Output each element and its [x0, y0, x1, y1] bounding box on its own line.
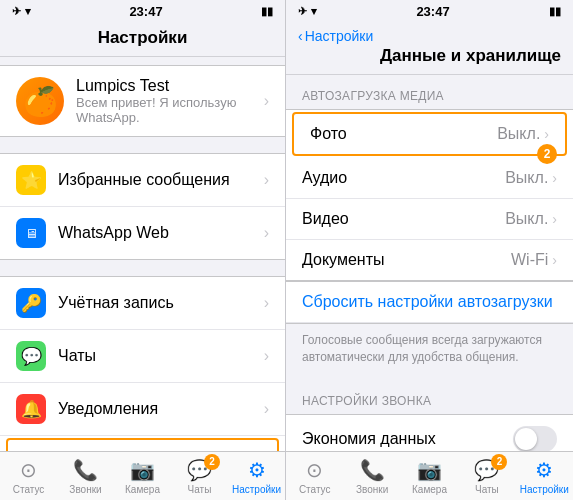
right-chats-tab-label: Чаты — [475, 484, 499, 495]
right-status-bar: ✈ ▾ 23:47 ▮▮ — [286, 0, 573, 22]
right-airplane-icon: ✈ — [298, 5, 307, 18]
left-settings-list: 🍊 Lumpics Test Всем привет! Я использую … — [0, 57, 285, 451]
left-status-icons: ✈ ▾ — [12, 5, 31, 18]
audio-value: Выкл. — [505, 169, 548, 187]
photo-label: Фото — [310, 125, 497, 143]
video-row[interactable]: Видео Выкл. › — [286, 199, 573, 240]
right-tab-calls[interactable]: 📞 Звонки — [343, 458, 400, 495]
right-settings-tab-label: Настройки — [520, 484, 569, 495]
right-status-tab-icon: ⊙ — [306, 458, 323, 482]
back-label: Настройки — [305, 28, 374, 44]
right-wifi-icon: ▾ — [311, 5, 317, 18]
photo-value: Выкл. — [497, 125, 540, 143]
notifications-chevron: › — [264, 400, 269, 418]
audio-row[interactable]: Аудио Выкл. › — [286, 158, 573, 199]
camera-tab-label: Камера — [125, 484, 160, 495]
call-section-header: НАСТРОЙКИ ЗВОНКА — [286, 380, 573, 414]
sidebar-item-chats[interactable]: 💬 Чаты › — [0, 330, 285, 383]
audio-chevron: › — [552, 170, 557, 186]
right-camera-tab-label: Камера — [412, 484, 447, 495]
data-economy-row[interactable]: Экономия данных — [286, 415, 573, 451]
left-tab-bar: ⊙ Статус 📞 Звонки 📷 Камера 💬 2 Чаты ⚙ На… — [0, 451, 285, 500]
account-chevron: › — [264, 294, 269, 312]
left-battery-icon: ▮▮ — [261, 5, 273, 18]
left-status-time: 23:47 — [129, 4, 162, 19]
video-chevron: › — [552, 211, 557, 227]
avatar-emoji: 🍊 — [23, 85, 58, 118]
autoload-section-header: АВТОЗАГРУЗКА МЕДИА — [286, 75, 573, 109]
autoload-note: Голосовые сообщения всегда загружаются а… — [286, 324, 573, 380]
profile-chevron: › — [264, 92, 269, 110]
call-section-group: Экономия данных — [286, 414, 573, 451]
documents-chevron: › — [552, 252, 557, 268]
whatsapp-web-icon: 🖥 — [16, 218, 46, 248]
video-value: Выкл. — [505, 210, 548, 228]
data-economy-toggle[interactable] — [513, 426, 557, 451]
autoload-section-group: Фото Выкл. › 2 Аудио Выкл. › Видео Выкл.… — [286, 109, 573, 281]
menu-group-1: ⭐ Избранные сообщения › 🖥 WhatsApp Web › — [0, 153, 285, 260]
sidebar-item-whatsapp-web[interactable]: 🖥 WhatsApp Web › — [0, 207, 285, 259]
account-label: Учётная запись — [58, 294, 252, 312]
chats-tab-icon: 💬 2 — [187, 458, 212, 482]
right-tab-chats[interactable]: 💬 2 Чаты — [458, 458, 515, 495]
documents-value: Wi-Fi — [511, 251, 548, 269]
settings-tab-label: Настройки — [232, 484, 281, 495]
photo-chevron: › — [544, 126, 549, 142]
status-tab-label: Статус — [13, 484, 45, 495]
photo-row[interactable]: Фото Выкл. › 2 — [292, 112, 567, 156]
right-content: АВТОЗАГРУЗКА МЕДИА Фото Выкл. › 2 Аудио … — [286, 75, 573, 451]
back-button[interactable]: ‹ Настройки — [298, 28, 373, 44]
left-panel: ✈ ▾ 23:47 ▮▮ Настройки 🍊 Lumpics Test Вс… — [0, 0, 286, 500]
right-header-title: Данные и хранилище — [298, 46, 561, 66]
left-nav-header: Настройки — [0, 22, 285, 57]
right-tab-status[interactable]: ⊙ Статус — [286, 458, 343, 495]
right-camera-tab-icon: 📷 — [417, 458, 442, 482]
calls-tab-label: Звонки — [69, 484, 101, 495]
documents-row[interactable]: Документы Wi-Fi › — [286, 240, 573, 280]
right-calls-tab-icon: 📞 — [360, 458, 385, 482]
reset-autoload-link[interactable]: Сбросить настройки автозагрузки — [286, 282, 573, 323]
chats-badge: 2 — [204, 454, 220, 470]
right-calls-tab-label: Звонки — [356, 484, 388, 495]
tab-chats[interactable]: 💬 2 Чаты — [171, 458, 228, 495]
right-status-tab-label: Статус — [299, 484, 331, 495]
account-icon: 🔑 — [16, 288, 46, 318]
tab-status[interactable]: ⊙ Статус — [0, 458, 57, 495]
tab-settings[interactable]: ⚙ Настройки — [228, 458, 285, 495]
left-header-title: Настройки — [98, 28, 188, 47]
right-nav-header: ‹ Настройки Данные и хранилище — [286, 22, 573, 75]
tab-calls[interactable]: 📞 Звонки — [57, 458, 114, 495]
avatar: 🍊 — [16, 77, 64, 125]
sidebar-item-data-storage[interactable]: ↕ Данные и хранилище › 1 — [6, 438, 279, 451]
right-tab-settings[interactable]: ⚙ Настройки — [516, 458, 573, 495]
whatsapp-web-chevron: › — [264, 224, 269, 242]
camera-tab-icon: 📷 — [130, 458, 155, 482]
sidebar-item-favorites[interactable]: ⭐ Избранные сообщения › — [0, 154, 285, 207]
calls-tab-icon: 📞 — [73, 458, 98, 482]
chats-label: Чаты — [58, 347, 252, 365]
toggle-thumb — [515, 428, 537, 450]
right-tab-camera[interactable]: 📷 Камера — [401, 458, 458, 495]
badge-2: 2 — [537, 144, 557, 164]
status-tab-icon: ⊙ — [20, 458, 37, 482]
sidebar-item-account[interactable]: 🔑 Учётная запись › — [0, 277, 285, 330]
notifications-icon: 🔔 — [16, 394, 46, 424]
favorites-chevron: › — [264, 171, 269, 189]
right-status-time: 23:47 — [416, 4, 449, 19]
profile-section: 🍊 Lumpics Test Всем привет! Я использую … — [0, 65, 285, 137]
chats-chevron: › — [264, 347, 269, 365]
right-tab-bar: ⊙ Статус 📞 Звонки 📷 Камера 💬 2 Чаты ⚙ На… — [286, 451, 573, 500]
menu-group-2: 🔑 Учётная запись › 💬 Чаты › 🔔 Уведомлени… — [0, 276, 285, 451]
profile-row[interactable]: 🍊 Lumpics Test Всем привет! Я использую … — [0, 66, 285, 136]
profile-name: Lumpics Test — [76, 77, 252, 95]
notifications-label: Уведомления — [58, 400, 252, 418]
favorites-icon: ⭐ — [16, 165, 46, 195]
right-status-icons: ✈ ▾ — [298, 5, 317, 18]
settings-tab-icon: ⚙ — [248, 458, 266, 482]
chats-icon: 💬 — [16, 341, 46, 371]
chats-tab-label: Чаты — [188, 484, 212, 495]
tab-camera[interactable]: 📷 Камера — [114, 458, 171, 495]
documents-label: Документы — [302, 251, 511, 269]
sidebar-item-notifications[interactable]: 🔔 Уведомления › — [0, 383, 285, 436]
airplane-icon: ✈ — [12, 5, 21, 18]
